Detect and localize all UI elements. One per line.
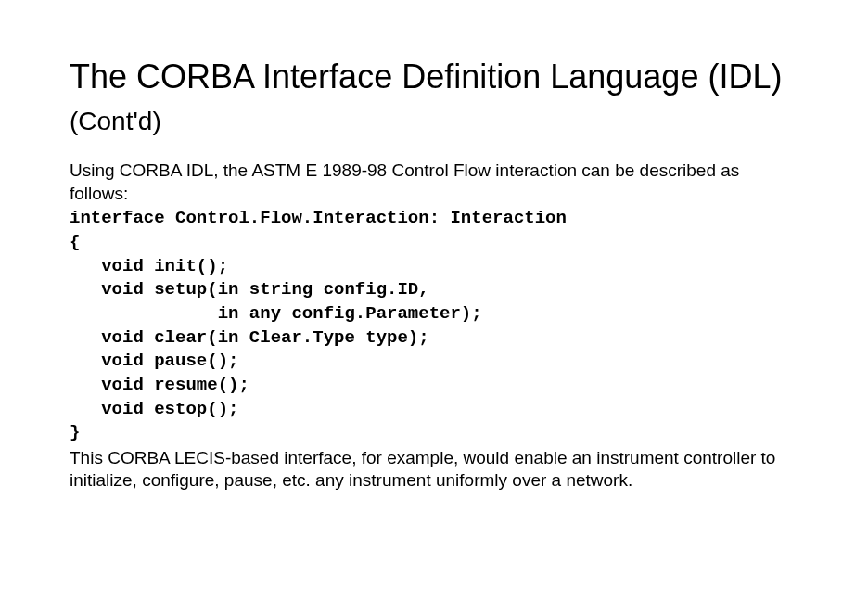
title-sub: (Cont'd) bbox=[70, 107, 161, 135]
title-main: The CORBA Interface Definition Language … bbox=[70, 58, 782, 96]
slide-title: The CORBA Interface Definition Language … bbox=[70, 56, 798, 139]
code-block: interface Control.Flow.Interaction: Inte… bbox=[70, 207, 798, 444]
intro-paragraph: Using CORBA IDL, the ASTM E 1989-98 Cont… bbox=[70, 160, 798, 205]
outro-paragraph: This CORBA LECIS-based interface, for ex… bbox=[70, 447, 798, 492]
